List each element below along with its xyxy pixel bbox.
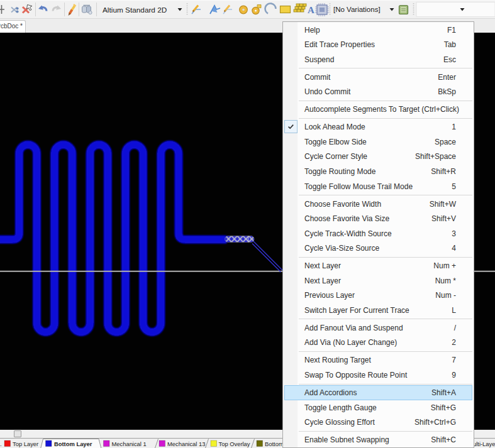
- svg-text:.: .: [0, 440, 2, 447]
- svg-text:Top Layer: Top Layer: [13, 440, 38, 447]
- svg-text:Altium Standard 2D: Altium Standard 2D: [103, 6, 167, 14]
- svg-text:A: A: [308, 5, 314, 15]
- svg-text:Top Overlay: Top Overlay: [219, 440, 250, 447]
- svg-text:Bottom Layer: Bottom Layer: [54, 440, 92, 447]
- svg-text:Mechanical 13: Mechanical 13: [167, 440, 205, 447]
- svg-text:[No Variations]: [No Variations]: [333, 6, 381, 13]
- svg-text:ulti-Layer: ulti-Layer: [473, 440, 495, 447]
- svg-text:Mechanical 1: Mechanical 1: [112, 440, 147, 447]
